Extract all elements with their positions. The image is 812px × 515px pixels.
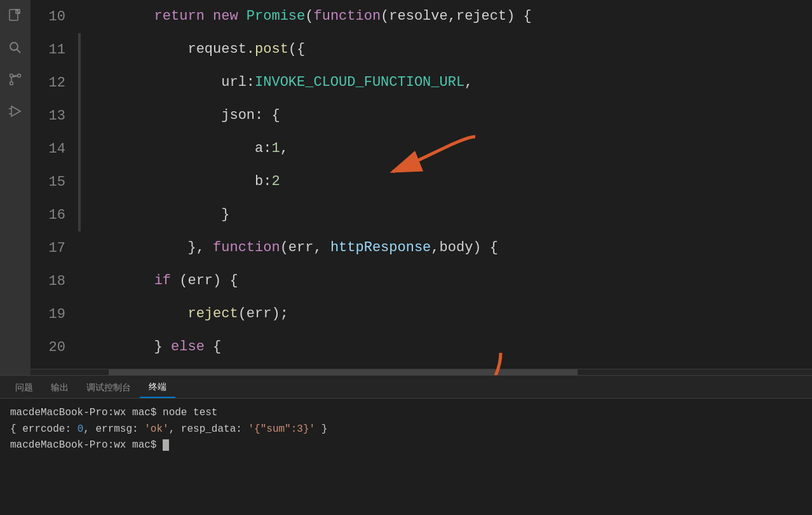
line-number: 17 — [30, 240, 78, 256]
line-number: 15 — [30, 174, 78, 190]
code-line: 21 resolve(body); — [30, 364, 812, 369]
activity-bar — [0, 0, 30, 375]
code-line: 12 url:INVOKE_CLOUD_FUNCTION_URL, — [30, 66, 812, 99]
terminal-line-3: macdeMacBook-Pro:wx mac$ — [10, 437, 802, 454]
code-line: 11 request.post({ — [30, 33, 812, 66]
terminal-string-ok: 'ok' — [144, 423, 168, 435]
line-number: 14 — [30, 141, 78, 157]
line-content: if (err) { — [81, 264, 238, 298]
explorer-icon[interactable] — [6, 6, 25, 25]
code-line: 16 } — [30, 198, 812, 231]
code-line: 18 if (err) { — [30, 264, 812, 298]
line-number: 12 — [30, 75, 78, 91]
line-content: b:2 — [81, 165, 280, 198]
terminal-prompt: macdeMacBook-Pro:wx mac$ node test — [10, 407, 217, 418]
search-icon[interactable] — [6, 38, 25, 57]
line-content: } else { — [81, 331, 221, 364]
terminal-suffix: } — [315, 423, 327, 435]
svg-point-4 — [10, 74, 13, 78]
terminal-key-errmsg: , errmsg: — [83, 423, 144, 435]
code-container: 10 return new Promise(function(resolve,r… — [30, 0, 812, 375]
line-number: 11 — [30, 42, 78, 58]
terminal-key-resp: , resp_data: — [169, 423, 248, 435]
svg-line-3 — [17, 50, 21, 53]
panel-tab-问题[interactable]: 问题 — [6, 378, 42, 398]
panel-content: macdeMacBook-Pro:wx mac$ node test { err… — [0, 399, 812, 515]
terminal-cursor — [163, 439, 169, 451]
line-content: } — [81, 198, 229, 231]
line-number: 18 — [30, 273, 78, 289]
svg-marker-7 — [11, 106, 20, 116]
line-content: json: { — [81, 99, 280, 132]
git-icon[interactable] — [6, 70, 25, 89]
svg-point-6 — [10, 82, 13, 85]
line-content: url:INVOKE_CLOUD_FUNCTION_URL, — [81, 66, 473, 99]
panel-tab-终端[interactable]: 终端 — [140, 378, 175, 398]
terminal-line-1: macdeMacBook-Pro:wx mac$ node test — [10, 405, 802, 422]
scrollbar-thumb[interactable] — [109, 369, 578, 375]
line-number: 19 — [30, 306, 78, 322]
debug-icon[interactable] — [6, 102, 25, 121]
svg-rect-0 — [10, 10, 18, 20]
line-content: }, function(err, httpResponse,body) { — [81, 231, 498, 264]
terminal-line-2: { errcode: 0, errmsg: 'ok', resp_data: '… — [10, 422, 802, 438]
terminal-key-errcode: { errcode: — [10, 423, 78, 435]
svg-point-2 — [10, 43, 18, 50]
terminal-string-data: '{"sum":3}' — [248, 423, 315, 435]
code-line: 14 a:1, — [30, 132, 812, 165]
code-line: 10 return new Promise(function(resolve,r… — [30, 0, 812, 33]
line-number: 13 — [30, 108, 78, 124]
line-content: a:1, — [81, 132, 288, 165]
panel-tab-调试控制台[interactable]: 调试控制台 — [78, 378, 140, 398]
svg-point-5 — [18, 74, 21, 78]
code-line: 19 reject(err); — [30, 298, 812, 331]
terminal-zero: 0 — [78, 423, 84, 435]
panel: 问题输出调试控制台终端 macdeMacBook-Pro:wx mac$ nod… — [0, 375, 812, 515]
terminal-prompt-2: macdeMacBook-Pro:wx mac$ — [10, 439, 163, 451]
editor-scrollbar[interactable] — [30, 369, 812, 375]
line-content: return new Promise(function(resolve,reje… — [81, 0, 532, 33]
code-lines: 10 return new Promise(function(resolve,r… — [30, 0, 812, 369]
panel-tabs: 问题输出调试控制台终端 — [0, 376, 812, 399]
line-number: 20 — [30, 340, 78, 355]
code-line: 15 b:2 — [30, 165, 812, 198]
editor-area: 10 return new Promise(function(resolve,r… — [0, 0, 812, 375]
line-number: 16 — [30, 207, 78, 223]
code-line: 13 json: { — [30, 99, 812, 132]
line-content: request.post({ — [81, 33, 305, 66]
line-content: reject(err); — [81, 298, 288, 331]
line-content: resolve(body); — [81, 364, 305, 369]
panel-tab-输出[interactable]: 输出 — [42, 378, 78, 398]
line-number: 10 — [30, 9, 78, 25]
code-line: 20 } else { — [30, 331, 812, 364]
code-line: 17 }, function(err, httpResponse,body) { — [30, 231, 812, 264]
